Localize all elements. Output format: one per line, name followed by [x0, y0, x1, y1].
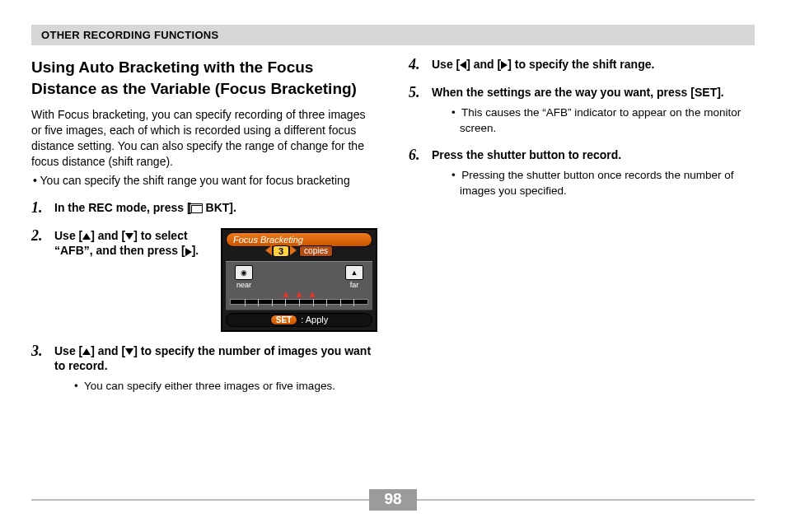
text-fragment: Use [	[54, 229, 82, 242]
step-4: 4. Use [] and [] to specify the shift ra…	[409, 57, 755, 73]
page-number: 98	[369, 489, 416, 511]
step-number: 6.	[409, 147, 425, 164]
content-columns: Using Auto Bracketing with the Focus Dis…	[31, 57, 755, 406]
focus-scale	[230, 292, 368, 305]
step-1: 1. In the REC mode, press [ BKT].	[31, 200, 377, 217]
triangle-down-icon	[125, 233, 133, 240]
apply-label: : Apply	[301, 315, 328, 324]
step-number: 1.	[31, 200, 48, 217]
triangle-up-icon	[82, 233, 91, 240]
selector-left-icon	[265, 245, 272, 255]
page-footer: 98	[31, 489, 755, 511]
step-number: 5.	[409, 85, 425, 101]
step-3: 3. Use [] and [] to specify the number o…	[31, 343, 377, 395]
sub-text: This causes the “AFB” indicator to appea…	[460, 106, 741, 134]
step-number: 3.	[31, 343, 48, 360]
sub-text: You can specify either three images or f…	[84, 380, 335, 392]
step-number: 2.	[31, 228, 48, 245]
page-title: Using Auto Bracketing with the Focus Dis…	[31, 57, 377, 99]
sub-text: Pressing the shutter button once records…	[460, 169, 733, 197]
step-text: Press the shutter button to record.	[432, 148, 621, 161]
step-sub-bullet: • This causes the “AFB” indicator to app…	[438, 105, 755, 137]
triangle-down-icon	[125, 348, 133, 355]
step-sub-bullet: • Pressing the shutter button once recor…	[438, 168, 755, 199]
scale-bar	[230, 299, 368, 305]
far-group: ▲ far	[345, 265, 363, 289]
text-fragment: ] to specify the shift range.	[508, 58, 654, 71]
text-fragment: ] and [	[91, 344, 125, 357]
step-2: 2. Use [] and [] to select “AFB”, and th…	[31, 228, 377, 332]
step-text: Use [] and [] to select “AFB”, and then …	[54, 229, 199, 258]
near-label: near	[235, 281, 253, 289]
step-5: 5. When the settings are the way you wan…	[409, 85, 755, 137]
step-text: When the settings are the way you want, …	[432, 86, 724, 99]
marker-icon	[283, 292, 289, 297]
intro-paragraph: With Focus bracketing, you can specify r…	[31, 107, 377, 170]
figure-count-value: 3	[273, 245, 289, 257]
figure-selector-row: 3 copies	[222, 245, 376, 257]
section-header: OTHER RECORDING FUNCTIONS	[31, 25, 755, 45]
text-fragment: ] and [	[91, 229, 125, 242]
text-fragment: In the REC mode, press [	[54, 201, 191, 214]
triangle-up-icon	[82, 348, 91, 355]
bracket-icon	[191, 205, 203, 213]
step-6: 6. Press the shutter button to record. •…	[409, 147, 755, 199]
intro-bullet-text: You can specify the shift range you want…	[40, 174, 350, 187]
step-number: 4.	[409, 57, 425, 73]
intro-bullet: • You can specify the shift range you wa…	[31, 173, 377, 189]
text-fragment: Use [	[432, 58, 460, 71]
footer-line	[417, 499, 755, 501]
step-sub-bullet: • You can specify either three images or…	[61, 379, 377, 394]
triangle-right-icon	[185, 248, 192, 256]
text-fragment: BKT].	[203, 201, 236, 214]
text-fragment: Use [	[54, 344, 82, 357]
near-group: ◉ near	[235, 265, 253, 289]
set-pill: SET	[270, 315, 297, 325]
marker-icon	[309, 292, 316, 297]
footer-line	[31, 499, 369, 501]
portrait-icon: ◉	[235, 265, 253, 280]
step-text: Use [] and [] to specify the number of i…	[54, 344, 371, 373]
figure-copies-label: copies	[299, 245, 333, 257]
text-fragment: ] and [	[466, 58, 501, 71]
landscape-icon: ▲	[345, 265, 363, 280]
figure-footer: SET : Apply	[226, 313, 372, 327]
left-column: Using Auto Bracketing with the Focus Dis…	[31, 57, 377, 406]
marker-icon	[296, 292, 302, 297]
selector-right-icon	[290, 245, 297, 255]
figure-focus-strip: ◉ near ▲ far	[226, 261, 372, 310]
step-text: Use [] and [] to specify the shift range…	[432, 58, 654, 71]
step-text: In the REC mode, press [ BKT].	[54, 201, 236, 214]
right-column: 4. Use [] and [] to specify the shift ra…	[409, 57, 755, 406]
camera-screen-figure: Focus Bracketing 3 copies ◉ near	[221, 228, 377, 332]
far-label: far	[345, 281, 363, 289]
text-fragment: ].	[192, 244, 199, 257]
